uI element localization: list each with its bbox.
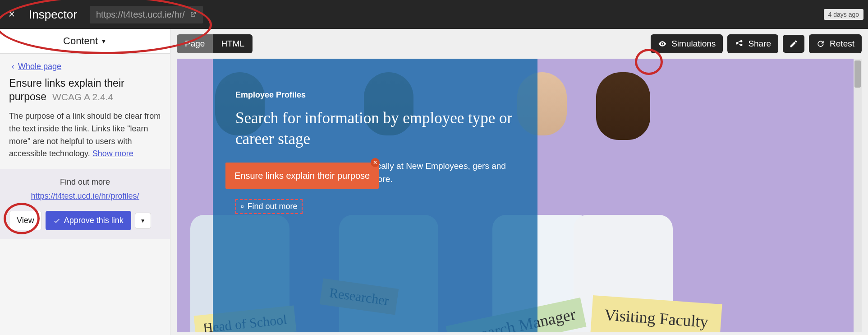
view-button[interactable]: View [9,211,42,230]
person-figure [556,59,691,332]
inspector-title: Inspector [29,8,77,22]
preview-pane: Page HTML Simulations Share Retest [170,29,868,335]
pencil-icon [789,39,798,48]
whole-page-link[interactable]: Whole page [9,62,61,71]
share-label: Share [748,39,771,49]
close-icon[interactable] [7,7,16,22]
highlighted-link[interactable]: Find out more [235,199,303,214]
hero-overlay: Employee Profiles Search for information… [213,59,537,332]
preview-toolbar: Page HTML Simulations Share Retest [170,29,868,59]
rule-code: WCAG A 2.4.4 [52,92,113,102]
show-more-link[interactable]: Show more [92,149,133,158]
whole-page-label: Whole page [18,62,61,71]
inspector-topbar: Inspector https://t4test.ucd.ie/hr/ 4 da… [0,0,868,29]
view-mode-segment: Page HTML [177,34,253,53]
role-card: Visiting Faculty [590,295,722,332]
scrollbar-thumb[interactable] [854,60,861,88]
approve-label: Approve this link [64,216,124,225]
approve-link-button[interactable]: Approve this link [46,211,131,230]
page-tab[interactable]: Page [177,34,213,53]
refresh-icon [816,39,825,48]
sidebar: Content ▼ Whole page Ensure links explai… [0,29,170,335]
page-preview[interactable]: Head of School Researcher Research Manag… [177,59,862,332]
html-tab[interactable]: HTML [213,34,253,53]
url-text: https://t4test.ucd.ie/hr/ [96,9,185,20]
overlay-subtext-fragment: ifically at New Employees, gers and more… [371,160,515,186]
check-icon [53,217,60,224]
issue-url-link[interactable]: https://t4test.ucd.ie/hr/profiles/ [31,191,139,200]
approve-dropdown-button[interactable]: ▼ [135,213,151,229]
content-tab-label: Content [63,35,98,47]
content-tab[interactable]: Content ▼ [0,29,170,54]
overlay-eyebrow: Employee Profiles [235,90,515,100]
timestamp-badge: 4 days ago [824,9,864,20]
issue-text: Find out more [9,177,161,187]
inspector-url[interactable]: https://t4test.ucd.ie/hr/ [90,6,203,23]
chevron-down-icon: ▼ [140,218,146,224]
issue-panel: Find out more https://t4test.ucd.ie/hr/p… [0,169,170,239]
edit-button[interactable] [783,35,804,53]
simulations-label: Simulations [671,39,716,49]
retest-button[interactable]: Retest [809,34,862,53]
overlay-subtext: Ensure links explain their purpose ✕ ifi… [235,160,515,186]
close-icon[interactable]: ✕ [371,158,380,167]
retest-label: Retest [830,39,854,49]
issue-tooltip[interactable]: Ensure links explain their purpose ✕ [225,163,379,189]
external-link-icon[interactable] [189,11,197,18]
tooltip-text: Ensure links explain their purpose [234,171,370,181]
chevron-down-icon: ▼ [101,37,107,45]
preview-scrollbar[interactable] [854,59,862,332]
share-button[interactable]: Share [727,34,778,53]
chevron-left-icon [9,63,16,70]
share-icon [735,39,744,48]
eye-icon [658,39,667,48]
rule-description: The purpose of a link should be clear fr… [9,110,161,161]
overlay-headline: Search for information by employee type … [235,108,515,149]
simulations-button[interactable]: Simulations [651,34,723,53]
rule-title: Ensure links explain their purpose WCAG … [9,77,161,104]
